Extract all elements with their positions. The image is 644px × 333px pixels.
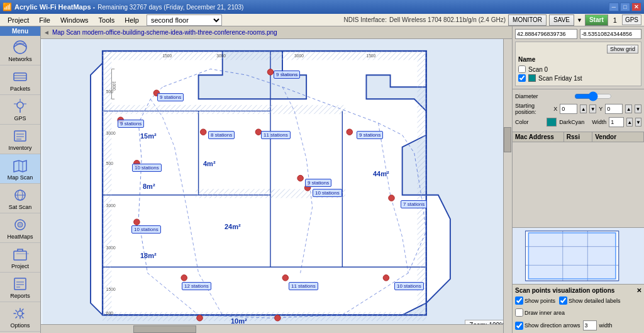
scan1-label: Scan Friday 1st xyxy=(538,75,582,82)
horizontal-scroll-thumb[interactable] xyxy=(133,325,196,333)
save-button[interactable]: SAVE xyxy=(549,14,574,26)
start-button[interactable]: Start xyxy=(585,14,608,26)
gps-icon xyxy=(10,98,30,115)
y-up-button[interactable]: ▲ xyxy=(625,104,632,113)
sidebar-item-project[interactable]: Project xyxy=(0,243,40,273)
sidebar-item-heatmaps[interactable]: HeatMaps xyxy=(0,213,40,243)
menu-windows[interactable]: Windows xyxy=(55,15,94,25)
show-grid-button[interactable]: Show grid xyxy=(607,45,638,54)
menu-tools[interactable]: Tools xyxy=(94,15,120,25)
vertical-scrollbar[interactable] xyxy=(503,39,512,333)
diameter-row: Diameter xyxy=(515,92,641,101)
minimap[interactable] xyxy=(513,227,644,284)
color-label: Color xyxy=(515,119,544,125)
sidebar-item-options[interactable]: Options xyxy=(0,302,40,332)
close-scan-options-icon[interactable]: ✕ xyxy=(636,287,641,294)
left-sidebar: Menu Networks Packets GPS Inventory xyxy=(0,26,41,333)
minimize-button[interactable]: ─ xyxy=(609,3,619,11)
station-label-3: 8 stations xyxy=(208,131,235,139)
floor-select[interactable]: second floor xyxy=(147,14,222,26)
ndis-label: NDIS Interface: xyxy=(344,16,387,23)
station-label-4: 11 stations xyxy=(261,131,291,139)
width-down-button[interactable]: ▼ xyxy=(635,118,641,127)
menu-project[interactable]: Project xyxy=(3,15,34,25)
coord-bar: Show grid Name Scan 0 Scan Friday 1st xyxy=(513,26,644,89)
station-label-1: 9 stations xyxy=(157,93,184,101)
svg-point-57 xyxy=(275,315,281,321)
svg-rect-5 xyxy=(14,131,26,141)
show-points-checkbox[interactable] xyxy=(515,296,523,305)
direction-arrows-num-input[interactable] xyxy=(583,320,597,330)
width-input[interactable] xyxy=(609,117,624,127)
show-detailed-labels-checkbox[interactable] xyxy=(559,296,567,305)
sidebar-item-mapscan[interactable]: Map Scan xyxy=(0,154,40,184)
width-up-button[interactable]: ▲ xyxy=(626,118,633,127)
svg-marker-9 xyxy=(14,161,26,172)
svg-rect-80 xyxy=(528,233,615,279)
map-container: ◄ Map Scan modern-office-building-scheme… xyxy=(41,26,512,333)
color-picker[interactable] xyxy=(547,118,557,127)
draw-inner-area-checkbox[interactable] xyxy=(515,308,523,317)
show-direction-arrows-checkbox[interactable] xyxy=(515,322,523,330)
sidebar-label-reports: Reports xyxy=(10,293,30,299)
vertical-scroll-thumb[interactable] xyxy=(504,127,511,152)
station-label-10: 10 stations xyxy=(131,225,161,234)
heatmaps-icon xyxy=(10,216,30,234)
area-label-4: 24m² xyxy=(225,223,241,230)
svg-text:3000: 3000 xyxy=(216,54,226,58)
station-label-7: 9 stations xyxy=(305,179,331,187)
color-name: DarkCyan xyxy=(559,119,584,125)
station-label-5: 9 stations xyxy=(357,131,383,139)
svg-rect-34 xyxy=(103,312,426,321)
x-down-button[interactable]: ▼ xyxy=(589,104,596,113)
map-content[interactable]: 1000 500 3000 500 3000 3000 1500 600 150… xyxy=(41,39,512,333)
sidebar-item-inventory[interactable]: Inventory xyxy=(0,125,40,154)
app-title: Acrylic Wi-Fi HeatMaps - xyxy=(14,3,95,11)
maximize-button[interactable]: □ xyxy=(620,3,630,11)
scan0-checkbox[interactable] xyxy=(518,65,526,73)
interface-info: Dell Wireless 1704 802.11b/g/n (2.4 GHz) xyxy=(389,16,506,23)
svg-rect-36 xyxy=(417,51,426,315)
close-button[interactable]: ✕ xyxy=(631,3,641,11)
menu-file[interactable]: File xyxy=(34,15,55,25)
options-icon xyxy=(10,305,30,322)
svg-text:1500: 1500 xyxy=(366,54,375,58)
menu-help[interactable]: Help xyxy=(119,15,144,25)
svg-rect-39 xyxy=(267,105,345,114)
scan1-checkbox[interactable] xyxy=(518,74,526,82)
station-label-11: 12 stations xyxy=(182,282,211,290)
sidebar-item-networks[interactable]: Networks xyxy=(0,36,40,65)
station-label-2: 9 stations xyxy=(118,120,144,128)
svg-point-49 xyxy=(297,175,304,181)
x-input[interactable] xyxy=(560,104,577,114)
dropdown-arrow-icon[interactable]: ▼ xyxy=(577,17,582,23)
sidebar-item-gps[interactable]: GPS xyxy=(0,95,40,125)
title-bar-controls: ─ □ ✕ xyxy=(609,3,641,11)
sidebar-label-options: Options xyxy=(10,322,30,329)
svg-rect-40 xyxy=(196,189,274,198)
x-up-button[interactable]: ▲ xyxy=(580,104,587,113)
sidebar-label-mapscan: Map Scan xyxy=(8,174,33,181)
sidebar-item-reports[interactable]: Reports xyxy=(0,273,40,302)
color-row: Color DarkCyan Width ▲ ▼ xyxy=(515,117,641,127)
svg-text:3000: 3000 xyxy=(106,246,116,250)
horizontal-scrollbar[interactable] xyxy=(41,324,503,333)
area-label-0: 15m² xyxy=(140,132,157,140)
coord-x-input[interactable] xyxy=(515,29,577,39)
map-header-arrow[interactable]: ◄ xyxy=(43,29,50,36)
y-down-button[interactable]: ▼ xyxy=(635,104,641,113)
monitor-button[interactable]: MONITOR xyxy=(508,14,547,26)
options-section: Diameter Starting position: X ▲ ▼ Y ▲ ▼ … xyxy=(513,89,644,132)
blueprint-area[interactable]: 1000 500 3000 500 3000 3000 1500 600 150… xyxy=(41,39,512,333)
svg-text:3000: 3000 xyxy=(294,54,304,58)
scan-options-title: Scan points visualization options xyxy=(515,287,614,294)
svg-rect-1 xyxy=(14,73,26,81)
coord-y-input[interactable] xyxy=(580,29,642,39)
x-label: X xyxy=(553,106,557,112)
packets-icon xyxy=(10,68,30,86)
sidebar-item-satscan[interactable]: Sat Scan xyxy=(0,184,40,213)
sidebar-item-packets[interactable]: Packets xyxy=(0,65,40,95)
station-label-13: 10 stations xyxy=(394,282,424,290)
y-input[interactable] xyxy=(605,104,623,114)
diameter-slider[interactable] xyxy=(574,92,612,101)
